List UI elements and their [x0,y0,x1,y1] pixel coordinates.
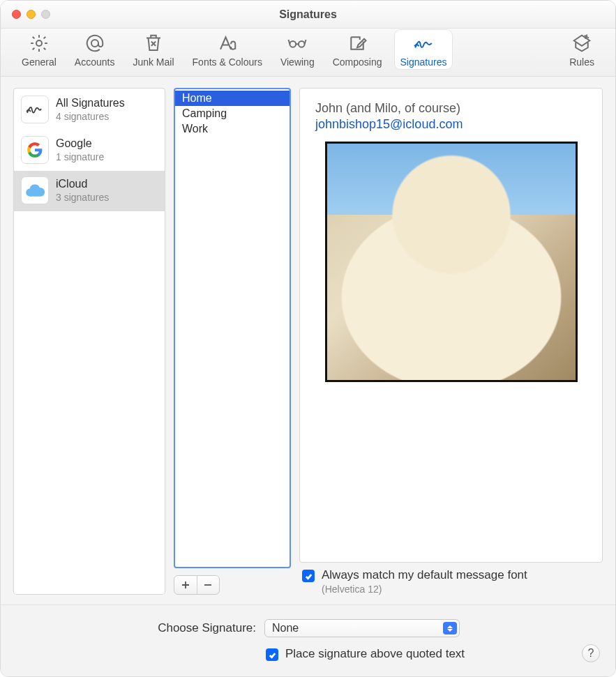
preview-name-line: John (and Milo, of course) [315,101,587,116]
place-above-row: Place signature above quoted text [266,647,599,661]
tab-rules[interactable]: Rules [564,30,600,69]
icloud-icon [21,176,49,204]
main-content: All Signatures 4 signatures Google 1 sig… [1,77,615,604]
tab-viewing[interactable]: Viewing [275,30,320,69]
signature-preview[interactable]: John (and Milo, of course) johnbishop15@… [299,88,603,563]
account-google[interactable]: Google 1 signature [14,130,165,171]
signature-item-home[interactable]: Home [175,91,290,106]
account-name: All Signatures [56,97,125,109]
preview-email: johnbishop15@icloud.com [315,117,587,132]
trash-icon [142,33,165,54]
svg-point-3 [299,41,305,47]
tab-composing[interactable]: Composing [327,30,388,69]
match-font-detail: (Helvetica 12) [322,584,527,595]
choose-signature-select[interactable]: None [264,619,460,637]
tab-label: Fonts & Colours [193,56,262,68]
choose-signature-value: None [272,622,299,634]
match-font-label: Always match my default message font [322,568,527,582]
account-icloud[interactable]: iCloud 3 signatures [14,171,165,211]
signature-icon [412,33,435,54]
minimize-window-button[interactable] [27,10,36,19]
tab-label: Accounts [75,56,115,68]
preferences-toolbar: General Accounts Junk Mail Fonts & Colou… [1,29,615,77]
tab-fonts-colours[interactable]: Fonts & Colours [187,30,268,69]
accounts-list: All Signatures 4 signatures Google 1 sig… [13,88,165,595]
svg-point-2 [290,41,296,47]
help-button[interactable]: ? [582,644,600,662]
account-all-signatures[interactable]: All Signatures 4 signatures [14,90,165,130]
rules-icon [570,33,594,54]
gear-icon [27,33,51,54]
svg-point-1 [91,40,98,47]
account-name: iCloud [56,178,109,190]
window-title: Signatures [1,8,615,21]
account-name: Google [56,137,104,150]
tab-label: General [22,56,57,68]
preview-image [325,142,578,382]
google-icon [21,136,49,164]
account-count: 4 signatures [56,111,125,122]
select-stepper-icon [443,622,457,634]
close-window-button[interactable] [12,10,21,19]
svg-point-0 [36,40,42,46]
choose-signature-row: Choose Signature: None [17,619,599,637]
preview-column: John (and Milo, of course) johnbishop15@… [299,88,603,595]
titlebar: Signatures [1,1,615,29]
tab-label: Signatures [400,56,447,68]
place-above-label: Place signature above quoted text [285,647,465,661]
tab-general[interactable]: General [16,30,62,69]
signature-item-work[interactable]: Work [175,121,290,137]
tab-junk-mail[interactable]: Junk Mail [127,30,179,69]
font-icon [216,33,239,54]
zoom-window-button[interactable] [41,10,50,19]
footer: Choose Signature: None Place signature a… [1,604,615,676]
account-count: 3 signatures [56,192,109,203]
tab-label: Rules [569,56,594,68]
signature-icon [21,96,49,123]
place-above-checkbox[interactable] [266,648,278,661]
at-sign-icon [83,33,107,54]
match-font-row: Always match my default message font (He… [299,568,603,595]
signature-item-camping[interactable]: Camping [175,106,290,121]
glasses-icon [285,33,309,54]
tab-label: Junk Mail [133,56,174,68]
tab-label: Composing [333,56,382,68]
signatures-column: Home Camping Work [174,88,291,595]
add-signature-button[interactable] [174,576,197,594]
compose-icon [345,33,369,54]
tab-label: Viewing [280,56,315,68]
choose-signature-label: Choose Signature: [17,621,256,635]
remove-signature-button[interactable] [197,576,220,594]
add-remove-control [174,575,220,595]
match-font-checkbox[interactable] [302,570,315,582]
window-controls [1,10,50,19]
account-count: 1 signature [56,151,104,162]
tab-signatures[interactable]: Signatures [395,30,453,69]
signatures-list[interactable]: Home Camping Work [174,88,291,568]
tab-accounts[interactable]: Accounts [69,30,121,69]
signatures-preferences-window: Signatures General Accounts Junk Mail F [0,0,616,677]
